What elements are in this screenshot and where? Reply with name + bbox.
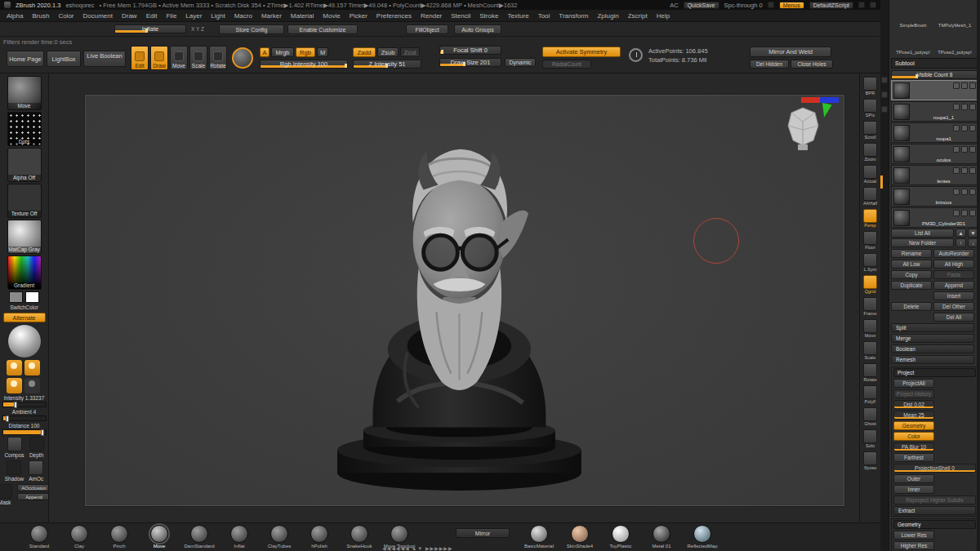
compos-icon[interactable] bbox=[7, 437, 22, 451]
tool-panel-button[interactable]: Append bbox=[933, 281, 974, 290]
right-shelf-button[interactable]: Solo bbox=[861, 429, 880, 449]
light-4-toggle[interactable] bbox=[24, 378, 40, 393]
tool-panel-scrollbar[interactable] bbox=[977, 0, 980, 551]
axis-toggles[interactable]: X Y Z bbox=[191, 26, 204, 32]
brush-tray-item[interactable]: hPolish bbox=[303, 525, 336, 549]
polypaint-icon[interactable] bbox=[961, 210, 968, 216]
append-button[interactable]: Append bbox=[17, 493, 50, 500]
brush-tray-item[interactable]: Inflat bbox=[223, 525, 256, 549]
zscript-button[interactable]: DefaultZScript bbox=[809, 2, 853, 9]
dynamic-toggle[interactable]: Dynamic bbox=[505, 58, 536, 67]
geometry-button[interactable]: Higher Res bbox=[893, 541, 934, 550]
pencil-icon[interactable] bbox=[969, 104, 976, 110]
polypaint-icon[interactable] bbox=[961, 104, 968, 110]
menu-item[interactable]: Alpha bbox=[7, 12, 23, 20]
note-icon[interactable] bbox=[858, 2, 865, 8]
menu-item[interactable]: Material bbox=[291, 12, 314, 20]
polypaint-icon[interactable] bbox=[961, 167, 968, 174]
store-config-button[interactable]: Store Config bbox=[219, 24, 284, 34]
visible-count-slider[interactable]: Visible Count 8 bbox=[891, 70, 978, 79]
aocclusion-button[interactable]: AOcclusion bbox=[17, 484, 50, 491]
brush-tray-item[interactable]: Pinch bbox=[103, 525, 136, 549]
intensity-slider[interactable]: Intensity 1.33237 bbox=[2, 395, 47, 407]
project-button[interactable]: Extract bbox=[893, 506, 976, 515]
menu-item[interactable]: Color bbox=[58, 12, 74, 20]
project-button[interactable]: Reproject Higher Subdiv bbox=[893, 495, 976, 504]
menus-button[interactable]: Menus bbox=[779, 2, 804, 9]
rotate-mode-button[interactable]: Rotate bbox=[209, 46, 227, 70]
brush-tray-item[interactable]: Standard bbox=[23, 525, 56, 549]
subtool-thumbnail[interactable] bbox=[893, 125, 910, 141]
pencil-icon[interactable] bbox=[969, 210, 976, 216]
quicksave-button[interactable]: QuickSave bbox=[684, 2, 719, 9]
subtool-row[interactable]: PM3D_Cylinder3D1 bbox=[891, 207, 978, 228]
zsub-toggle[interactable]: Zsub bbox=[377, 47, 399, 57]
tool-slot[interactable]: TPose2_polysp! bbox=[934, 29, 975, 56]
pencil-icon[interactable] bbox=[969, 125, 976, 131]
zcut-toggle[interactable]: Zcut bbox=[400, 47, 420, 57]
menu-item[interactable]: Stroke bbox=[479, 12, 498, 20]
right-shelf-button[interactable]: Floor bbox=[861, 231, 880, 251]
project-button[interactable]: PA Blur 10 bbox=[893, 442, 934, 451]
subtool-header[interactable]: Subtool bbox=[891, 58, 978, 69]
brush-tray-item[interactable]: Clay bbox=[63, 525, 96, 549]
pencil-icon[interactable] bbox=[870, 2, 876, 8]
material-tray-item[interactable]: Metal 01 bbox=[645, 525, 678, 549]
color-picker[interactable]: Gradient bbox=[7, 256, 42, 290]
light-3-toggle[interactable] bbox=[7, 378, 22, 393]
tool-panel-button[interactable]: Split bbox=[891, 323, 974, 332]
menu-item[interactable]: Macro bbox=[234, 12, 252, 20]
alternate-button[interactable]: Alternate bbox=[3, 313, 46, 322]
project-button[interactable]: ProjectionShell 0 bbox=[893, 464, 976, 473]
z-intensity-slider[interactable]: Z Intensity 51 bbox=[353, 60, 421, 69]
divider-grid-icon[interactable] bbox=[881, 77, 888, 83]
current-brush-thumbnail[interactable]: Move bbox=[7, 76, 42, 110]
subtool-thumbnail[interactable] bbox=[893, 167, 910, 184]
move-mode-button[interactable]: Move bbox=[170, 46, 188, 70]
zadd-toggle[interactable]: Zadd bbox=[353, 47, 376, 57]
right-shelf-button[interactable]: Rotate bbox=[861, 363, 880, 383]
main-color-swatch[interactable] bbox=[9, 291, 23, 303]
switch-color-swatches[interactable] bbox=[9, 291, 39, 303]
eye-icon[interactable] bbox=[953, 189, 960, 195]
current-brush-preview[interactable] bbox=[232, 47, 253, 69]
eye-icon[interactable] bbox=[953, 146, 960, 153]
material-tray-item[interactable]: SkinShade4 bbox=[564, 525, 596, 549]
right-shelf-button[interactable]: Zoom bbox=[861, 143, 880, 162]
right-shelf-button[interactable]: Persp bbox=[861, 209, 880, 229]
tool-panel-button[interactable]: Paste bbox=[933, 270, 974, 279]
menu-item[interactable]: Texture bbox=[507, 12, 528, 20]
project-button[interactable]: ProjectAll bbox=[893, 379, 934, 388]
right-shelf-button[interactable]: Scale bbox=[861, 341, 880, 361]
tool-panel-button[interactable]: Insert bbox=[933, 291, 974, 300]
tool-panel-button[interactable]: AutoReorder bbox=[933, 249, 974, 258]
material-tray-item[interactable]: BasicMaterial bbox=[523, 525, 555, 549]
project-button[interactable]: Mean 25 bbox=[893, 411, 934, 420]
subtool-row[interactable]: brincos bbox=[891, 186, 978, 207]
eye-icon[interactable] bbox=[953, 104, 960, 110]
eye-icon[interactable] bbox=[953, 82, 960, 89]
polypaint-icon[interactable] bbox=[961, 82, 968, 89]
alpha-thumbnail[interactable]: Alpha Off bbox=[7, 148, 42, 182]
pencil-icon[interactable] bbox=[969, 146, 976, 153]
menu-item[interactable]: Transform bbox=[559, 12, 588, 20]
right-shelf-button[interactable]: L.Sym bbox=[861, 253, 880, 273]
project-button[interactable]: Color bbox=[893, 432, 934, 441]
depth-icon[interactable] bbox=[29, 437, 44, 451]
amoc-icon[interactable] bbox=[29, 460, 43, 475]
project-button[interactable]: Geometry bbox=[893, 421, 934, 430]
eye-icon[interactable] bbox=[953, 125, 960, 131]
polypaint-icon[interactable] bbox=[961, 146, 968, 153]
brush-tray-item[interactable]: ClayTubes bbox=[263, 525, 296, 549]
menu-item[interactable]: Tool bbox=[538, 12, 550, 20]
right-shelf-button[interactable]: Frame bbox=[861, 297, 880, 317]
lightbox-button[interactable]: LightBox bbox=[47, 51, 81, 67]
draw-mode-button[interactable]: Draw bbox=[150, 46, 168, 70]
subtool-row[interactable]: roupa1 bbox=[891, 122, 978, 143]
tool-slot[interactable]: SimpleBrush bbox=[893, 2, 933, 29]
document-viewport[interactable] bbox=[85, 95, 844, 506]
material-thumbnail[interactable]: MatCap Gray bbox=[7, 220, 42, 254]
menu-item[interactable]: Picker bbox=[350, 12, 368, 20]
canvas-background[interactable] bbox=[49, 73, 859, 522]
menu-item[interactable]: Edit bbox=[146, 12, 158, 20]
